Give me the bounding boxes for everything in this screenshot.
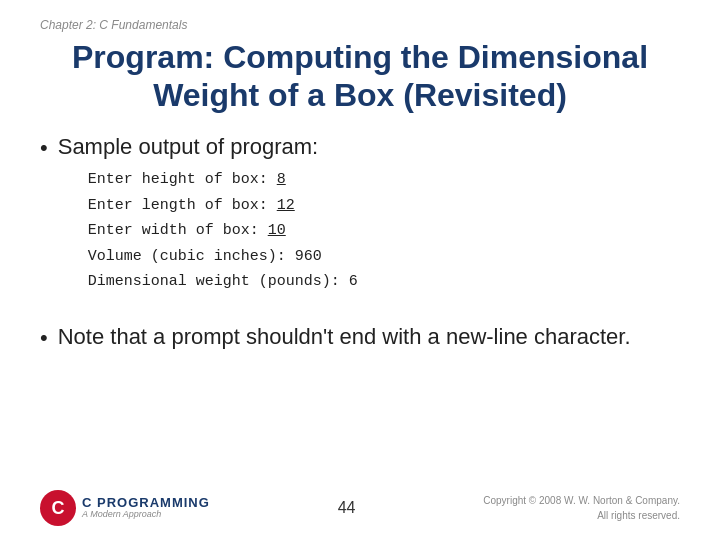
bullet-text-2: Note that a prompt shouldn't end with a …	[58, 323, 631, 352]
title-line1: Program: Computing the Dimensional	[72, 39, 648, 75]
logo-programming: C PROGRAMMING	[82, 496, 210, 510]
footer-copyright: Copyright © 2008 W. W. Norton & Company.…	[483, 493, 680, 523]
code-line-3: Enter width of box: 10	[88, 218, 358, 244]
code-line-2: Enter length of box: 12	[88, 193, 358, 219]
code-prefix-2: Enter length of box:	[88, 197, 277, 214]
chapter-label: Chapter 2: C Fundamentals	[40, 18, 680, 32]
code-value-2: 12	[277, 197, 295, 214]
code-line-4: Volume (cubic inches): 960	[88, 244, 358, 270]
slide: Chapter 2: C Fundamentals Program: Compu…	[0, 0, 720, 540]
logo-c-letter: C	[52, 498, 65, 519]
code-prefix-5: Dimensional weight (pounds): 6	[88, 273, 358, 290]
bullet-dot-1: •	[40, 135, 48, 161]
footer-page-number: 44	[338, 499, 356, 517]
logo-subtitle: A Modern Approach	[82, 510, 210, 520]
code-prefix-1: Enter height of box:	[88, 171, 277, 188]
logo-text-block: C PROGRAMMING A Modern Approach	[82, 496, 210, 520]
code-line-5: Dimensional weight (pounds): 6	[88, 269, 358, 295]
bullet-text-1: Sample output of program:	[58, 134, 318, 159]
code-prefix-3: Enter width of box:	[88, 222, 268, 239]
bullet-item-sample: • Sample output of program: Enter height…	[40, 133, 680, 305]
logo-c-circle: C	[40, 490, 76, 526]
title-line2: Weight of a Box (Revisited)	[153, 77, 567, 113]
code-value-1: 8	[277, 171, 286, 188]
slide-title: Program: Computing the Dimensional Weigh…	[40, 38, 680, 115]
bullet-dot-2: •	[40, 325, 48, 351]
bullet-item-note: • Note that a prompt shouldn't end with …	[40, 323, 680, 352]
code-block: Enter height of box: 8 Enter length of b…	[88, 167, 358, 295]
code-prefix-4: Volume (cubic inches): 960	[88, 248, 322, 265]
footer: C C PROGRAMMING A Modern Approach 44 Cop…	[0, 490, 720, 526]
code-line-1: Enter height of box: 8	[88, 167, 358, 193]
footer-logo: C C PROGRAMMING A Modern Approach	[40, 490, 210, 526]
code-value-3: 10	[268, 222, 286, 239]
